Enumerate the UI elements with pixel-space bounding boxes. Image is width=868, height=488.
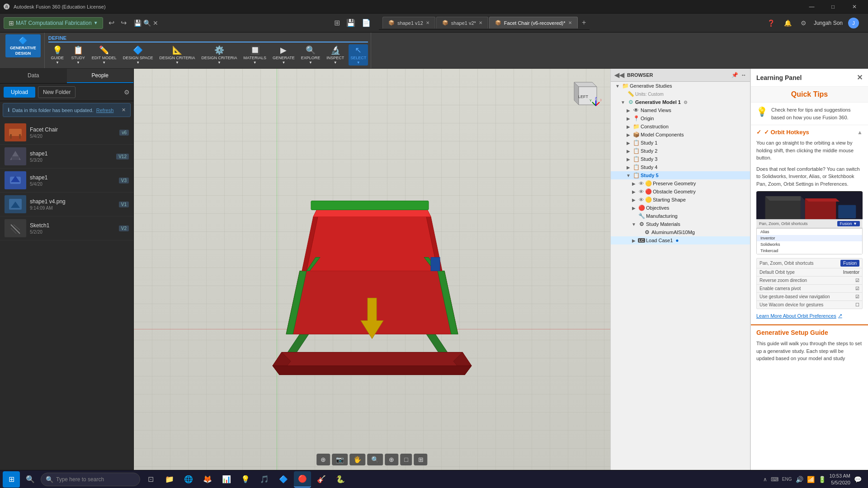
generate-button[interactable]: ▶ GENERATE ▼ (271, 44, 297, 66)
study-button[interactable]: 📋 STUDY ▼ (69, 44, 87, 66)
explore-button[interactable]: 🔍 EXPLORE ▼ (299, 44, 322, 66)
tree-study5[interactable]: ▼ 📋 Study 5 (611, 171, 750, 179)
tab-people[interactable]: People (67, 69, 134, 83)
taskbar-app9[interactable]: 🎸 (313, 471, 330, 488)
list-item[interactable]: shape1 5/4/20 V3 (0, 169, 133, 192)
taskbar-chrome[interactable]: 🦊 (199, 471, 216, 488)
tab-close-icon[interactable]: ✕ (426, 20, 429, 25)
edit-model-button[interactable]: ✏️ EDIT MODEL ▼ (90, 44, 118, 66)
tab-shape1-v2[interactable]: 📦 shape1 v2* ✕ (436, 17, 488, 28)
workspace-label[interactable]: MAT Computational Fabrication (16, 20, 92, 26)
upload-button[interactable]: Upload (4, 87, 35, 98)
viewport-camera-button[interactable]: 📷 (332, 454, 348, 465)
taskbar-keyboard-icon[interactable]: ⌨ (771, 476, 778, 483)
taskbar-battery-icon[interactable]: 🔋 (818, 476, 826, 483)
taskbar-app6[interactable]: 🎵 (256, 471, 273, 488)
taskbar-volume-icon[interactable]: 🔊 (796, 476, 803, 483)
list-item[interactable]: Sketch1 5/2/20 V2 (0, 216, 133, 240)
eye-icon1[interactable]: 👁 (639, 181, 644, 186)
apps-icon[interactable]: ⊞ (332, 17, 342, 29)
taskbar-app10[interactable]: 🐍 (332, 471, 349, 488)
save2-icon[interactable]: 💾 (344, 17, 357, 29)
tab-close3-icon[interactable]: ✕ (568, 20, 572, 25)
taskbar-file-explorer[interactable]: 📁 (161, 471, 178, 488)
list-item[interactable]: shape1 5/3/20 V12 (0, 145, 133, 169)
new-tab-button[interactable]: + (579, 17, 590, 28)
viewcube[interactable]: LEFT X Y Z (565, 73, 601, 109)
collapse-icon[interactable]: ▲ (857, 129, 863, 136)
maximize-button[interactable]: □ (823, 0, 843, 14)
tree-preserve-geometry[interactable]: ▶ 👁 🟡 Preserve Geometry (611, 179, 750, 188)
tree-study-materials[interactable]: ▼ ⚙ Study Materials (611, 220, 750, 228)
notification-icon[interactable]: 🔔 (782, 18, 793, 28)
list-item[interactable]: Facet Chair 5/4/20 v6 (0, 121, 133, 145)
inspect-button[interactable]: 🔬 INSPECT ▼ (325, 44, 346, 66)
model-settings-icon[interactable]: ⚙ (684, 100, 688, 105)
orbit-hotkeys-title[interactable]: ✓ ✓ Orbit Hotkeys ▲ (756, 129, 863, 136)
tree-study2[interactable]: ▶ 📋 Study 2 (611, 147, 750, 155)
select-button[interactable]: ↖ SELECT ▼ (349, 44, 368, 66)
learn-more-link[interactable]: Learn More About Orbit Preferences ↗ (756, 313, 863, 319)
learning-panel-close-icon[interactable]: ✕ (857, 73, 863, 82)
design-criteria2-button[interactable]: ⚙️ DESIGN CRITERIA ▼ (200, 44, 239, 66)
viewport-orbit-button[interactable]: ⊕ (316, 454, 330, 465)
generative-design-button[interactable]: 🔷 GENERATIVE DESIGN (5, 34, 41, 57)
browser-expand-icon[interactable]: ↔ (741, 72, 746, 78)
tree-origin[interactable]: ▶ 📍 Origin (611, 114, 750, 122)
tree-construction[interactable]: ▶ 📁 Construction (611, 122, 750, 131)
tree-model-components[interactable]: ▶ 📦 Model Components (611, 131, 750, 139)
tab-facet-chair[interactable]: 📦 Facet Chair (v6-recovered)* ✕ (489, 17, 578, 28)
tree-obstacle-geometry[interactable]: ▶ 👁 🔴 Obstacle Geometry (611, 188, 750, 196)
materials-button[interactable]: 🔲 MATERIALS ▼ (242, 44, 268, 66)
browser-back-icon[interactable]: ◀◀ (614, 71, 624, 79)
help-icon[interactable]: ❓ (765, 18, 777, 28)
close-button[interactable]: ✕ (844, 0, 864, 14)
design-space-button[interactable]: 🔷 DESIGN SPACE ▼ (121, 44, 155, 66)
tree-named-views[interactable]: ▶ 👁 Named Views (611, 106, 750, 114)
search-button[interactable]: 🔍 (22, 471, 39, 488)
pref-camera-value[interactable]: ☑ (855, 286, 859, 291)
tab-close2-icon[interactable]: ✕ (479, 20, 482, 25)
minimize-button[interactable]: — (802, 0, 822, 14)
user-avatar[interactable]: J (848, 18, 859, 28)
viewport-grid-button[interactable]: ⊞ (414, 454, 428, 465)
eye-icon3[interactable]: 👁 (639, 197, 644, 202)
tree-load-case1[interactable]: ▶ LC Load Case1 ● (611, 236, 750, 244)
folder-settings-icon[interactable]: ⚙ (124, 89, 130, 96)
tree-study4[interactable]: ▶ 📋 Study 4 (611, 163, 750, 171)
taskbar-lang[interactable]: ENG (782, 477, 792, 482)
viewport-pan-button[interactable]: 🖐 (349, 454, 365, 465)
taskbar-hide-icon[interactable]: ∧ (763, 476, 767, 483)
list-item[interactable]: shape1 v4.png 9:14:09 AM V1 (0, 192, 133, 216)
tree-root[interactable]: ▼ 📁 Generative Studies (611, 82, 750, 90)
tree-objectives[interactable]: ▶ 🔴 Objectives (611, 204, 750, 212)
tab-data[interactable]: Data (0, 69, 67, 83)
tree-units[interactable]: 📏 Units: Custom (611, 90, 750, 98)
guide-button[interactable]: 💡 GUIDE ▼ (48, 44, 66, 66)
redo-button[interactable]: ↪ (118, 18, 129, 28)
close-panel-icon[interactable]: ✕ (153, 19, 158, 27)
search-icon[interactable]: 🔍 (143, 19, 151, 27)
taskbar-network-icon[interactable]: 📶 (807, 476, 815, 483)
save-icon[interactable]: 💾 (134, 19, 142, 27)
tab-shape1-v12[interactable]: 📦 shape1 v12 ✕ (382, 17, 435, 28)
eye-icon2[interactable]: 👁 (639, 189, 644, 194)
undo-button[interactable]: ↩ (106, 18, 117, 28)
new-folder-button[interactable]: New Folder (38, 86, 75, 98)
taskbar-app7[interactable]: 🔷 (275, 471, 292, 488)
doc-icon[interactable]: 📄 (360, 17, 373, 29)
tree-study3[interactable]: ▶ 📋 Study 3 (611, 155, 750, 163)
design-criteria-button[interactable]: 📐 DESIGN CRITERIA ▼ (158, 44, 197, 66)
browser-pin-icon[interactable]: 📌 (731, 72, 738, 78)
pref-wacom-value[interactable]: ☐ (855, 302, 859, 307)
tree-starting-shape[interactable]: ▶ 👁 🟡 Starting Shape (611, 196, 750, 204)
viewport-display-button[interactable]: □ (400, 454, 412, 465)
tree-manufacturing[interactable]: 🔧 Manufacturing (611, 212, 750, 220)
taskbar-browser[interactable]: 🌐 (180, 471, 197, 488)
task-view-button[interactable]: ⊡ (142, 471, 159, 488)
tree-model[interactable]: ▼ ⚙ Generative Model 1 ⚙ (611, 98, 750, 106)
settings-icon[interactable]: ⚙ (799, 18, 808, 28)
taskbar-search-bar[interactable]: 🔍 Type here to search (41, 473, 140, 486)
pref-gesture-value[interactable]: ☑ (855, 294, 859, 299)
pref-zoom-value[interactable]: ☑ (855, 278, 859, 283)
